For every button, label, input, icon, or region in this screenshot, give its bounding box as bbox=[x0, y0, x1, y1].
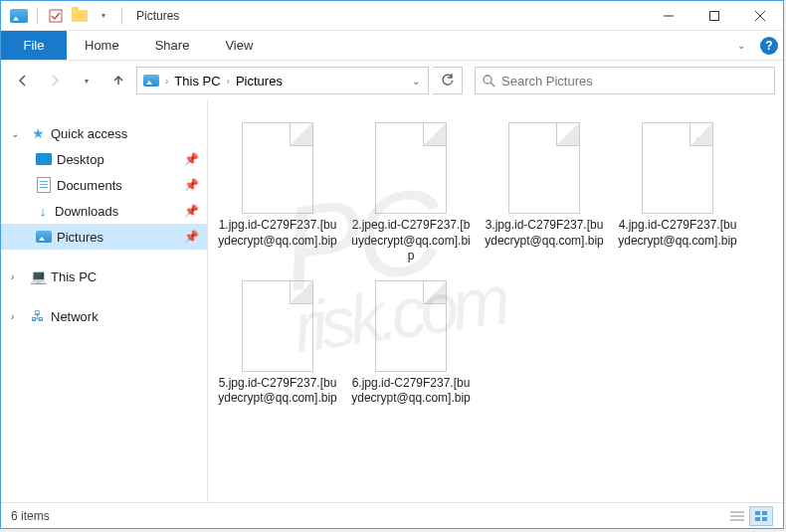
ribbon-expand-icon[interactable]: ⌄ bbox=[727, 31, 755, 60]
star-icon: ★ bbox=[29, 124, 47, 142]
navbar: ▾ › This PC › Pictures ⌄ bbox=[1, 61, 783, 100]
pc-icon: 💻 bbox=[29, 267, 47, 285]
app-icon bbox=[9, 6, 29, 26]
search-icon bbox=[482, 74, 495, 88]
minimize-button[interactable] bbox=[646, 1, 691, 31]
tab-share[interactable]: Share bbox=[137, 31, 208, 60]
icons-view-button[interactable] bbox=[749, 506, 773, 526]
help-button[interactable]: ? bbox=[755, 31, 783, 60]
file-icon bbox=[508, 122, 580, 214]
properties-icon[interactable] bbox=[46, 6, 66, 26]
search-input[interactable] bbox=[501, 74, 768, 89]
svg-rect-12 bbox=[755, 517, 760, 521]
pin-icon: 📌 bbox=[184, 204, 199, 218]
explorer-window: ▾ Pictures File Home Share View ⌄ ? bbox=[0, 0, 784, 529]
pin-icon: 📌 bbox=[184, 178, 199, 192]
up-button[interactable] bbox=[104, 67, 132, 94]
close-button[interactable] bbox=[737, 1, 783, 31]
separator bbox=[121, 7, 122, 25]
documents-icon bbox=[35, 176, 53, 194]
file-name: 2.jpeg.id-C279F237.[buydecrypt@qq.com].b… bbox=[351, 218, 471, 265]
svg-rect-13 bbox=[762, 517, 767, 521]
breadcrumb-this-pc[interactable]: This PC bbox=[170, 74, 224, 89]
back-button[interactable] bbox=[9, 67, 37, 94]
chevron-right-icon[interactable]: › bbox=[163, 76, 170, 87]
sidebar-item-label: Desktop bbox=[57, 152, 104, 167]
desktop-icon bbox=[35, 150, 53, 168]
separator bbox=[37, 7, 38, 25]
ribbon: File Home Share View ⌄ ? bbox=[1, 31, 783, 61]
item-count: 6 items bbox=[11, 509, 50, 523]
sidebar-item-label: Documents bbox=[57, 178, 122, 193]
file-icon bbox=[375, 280, 447, 372]
sidebar-quick-access[interactable]: ⌄ ★ Quick access bbox=[1, 120, 207, 146]
svg-line-6 bbox=[491, 83, 494, 87]
file-item[interactable]: 1.jpg.id-C279F237.[buydecrypt@qq.com].bi… bbox=[216, 116, 339, 270]
downloads-icon bbox=[35, 204, 51, 218]
svg-rect-0 bbox=[50, 10, 62, 22]
chevron-down-icon[interactable]: ⌄ bbox=[11, 128, 25, 139]
sidebar-item-label: Quick access bbox=[51, 126, 127, 141]
file-item[interactable]: 6.jpg.id-C279F237.[buydecrypt@qq.com].bi… bbox=[349, 274, 473, 413]
sidebar-item-label: Network bbox=[51, 309, 98, 324]
pin-icon: 📌 bbox=[184, 152, 199, 166]
refresh-button[interactable] bbox=[433, 67, 463, 94]
file-tab[interactable]: File bbox=[1, 31, 67, 60]
file-name: 1.jpg.id-C279F237.[buydecrypt@qq.com].bi… bbox=[218, 218, 337, 249]
svg-rect-10 bbox=[755, 511, 760, 515]
file-name: 6.jpg.id-C279F237.[buydecrypt@qq.com].bi… bbox=[351, 376, 471, 407]
file-name: 5.jpg.id-C279F237.[buydecrypt@qq.com].bi… bbox=[218, 376, 337, 407]
qat-dropdown-icon[interactable]: ▾ bbox=[94, 6, 113, 26]
network-icon: 🖧 bbox=[29, 307, 47, 325]
address-dropdown-icon[interactable]: ⌄ bbox=[406, 76, 426, 87]
file-name: 4.jpg.id-C279F237.[buydecrypt@qq.com].bi… bbox=[618, 218, 737, 249]
chevron-right-icon[interactable]: › bbox=[225, 76, 232, 87]
file-item[interactable]: 5.jpg.id-C279F237.[buydecrypt@qq.com].bi… bbox=[216, 274, 339, 413]
file-item[interactable]: 3.jpg.id-C279F237.[buydecrypt@qq.com].bi… bbox=[483, 116, 606, 270]
address-bar[interactable]: › This PC › Pictures ⌄ bbox=[136, 67, 429, 94]
file-icon bbox=[375, 122, 447, 214]
svg-rect-2 bbox=[710, 11, 719, 20]
maximize-button[interactable] bbox=[691, 1, 737, 31]
breadcrumb-pictures[interactable]: Pictures bbox=[232, 74, 287, 89]
sidebar-item-label: Downloads bbox=[55, 204, 118, 219]
file-icon bbox=[242, 280, 313, 372]
sidebar-item-label: This PC bbox=[51, 269, 97, 284]
tab-view[interactable]: View bbox=[207, 31, 271, 60]
file-name: 3.jpg.id-C279F237.[buydecrypt@qq.com].bi… bbox=[485, 218, 604, 249]
search-box[interactable] bbox=[475, 67, 775, 94]
file-item[interactable]: 4.jpg.id-C279F237.[buydecrypt@qq.com].bi… bbox=[616, 116, 739, 270]
file-list-pane[interactable]: 1.jpg.id-C279F237.[buydecrypt@qq.com].bi… bbox=[208, 100, 783, 502]
navigation-pane: ⌄ ★ Quick access Desktop 📌 Documents 📌 D… bbox=[1, 100, 208, 502]
tab-home[interactable]: Home bbox=[67, 31, 137, 60]
statusbar: 6 items bbox=[1, 502, 783, 528]
pin-icon: 📌 bbox=[184, 230, 199, 244]
file-icon bbox=[242, 122, 313, 214]
titlebar: ▾ Pictures bbox=[1, 1, 783, 31]
sidebar-network[interactable]: › 🖧 Network bbox=[1, 303, 207, 329]
pictures-icon bbox=[35, 228, 53, 246]
svg-rect-11 bbox=[762, 511, 767, 515]
sidebar-item-pictures[interactable]: Pictures 📌 bbox=[1, 224, 207, 250]
recent-dropdown-icon[interactable]: ▾ bbox=[73, 67, 100, 94]
sidebar-item-label: Pictures bbox=[57, 230, 103, 245]
file-icon bbox=[642, 122, 713, 214]
folder-icon[interactable] bbox=[70, 6, 90, 26]
chevron-right-icon[interactable]: › bbox=[11, 311, 25, 322]
svg-point-5 bbox=[484, 76, 491, 84]
file-item[interactable]: 2.jpeg.id-C279F237.[buydecrypt@qq.com].b… bbox=[349, 116, 473, 270]
sidebar-item-desktop[interactable]: Desktop 📌 bbox=[1, 146, 207, 172]
details-view-button[interactable] bbox=[725, 506, 749, 526]
window-title: Pictures bbox=[136, 9, 179, 23]
sidebar-item-downloads[interactable]: Downloads 📌 bbox=[1, 198, 207, 224]
forward-button[interactable] bbox=[41, 67, 69, 94]
chevron-right-icon[interactable]: › bbox=[11, 271, 25, 282]
sidebar-this-pc[interactable]: › 💻 This PC bbox=[1, 264, 207, 289]
sidebar-item-documents[interactable]: Documents 📌 bbox=[1, 172, 207, 198]
